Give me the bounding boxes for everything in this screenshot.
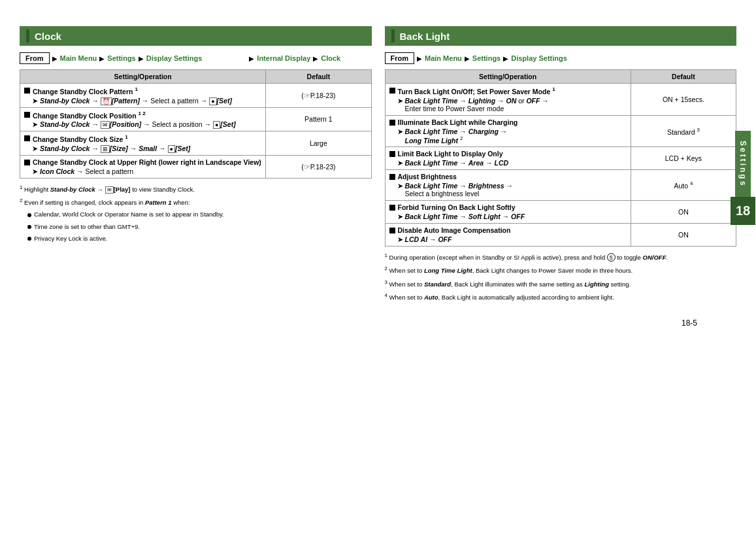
clock-breadcrumb-3: Display Settings bbox=[146, 54, 203, 62]
clock-footnotes: 1 Highlight Stand-by Clock → ✉[Play] to … bbox=[20, 184, 372, 244]
bullet-icon bbox=[24, 112, 30, 118]
bullet-icon bbox=[389, 88, 395, 94]
backlight-title-text: Back Light bbox=[400, 31, 450, 42]
table-row: Change Standby Clock at Upper Right (low… bbox=[20, 155, 372, 178]
clock-breadcrumb: From ▶ Main Menu ▶ Settings ▶ Display Se… bbox=[20, 52, 372, 64]
backlight-section: Back Light From ▶ Main Menu ▶ Settings ▶… bbox=[385, 26, 737, 305]
bl-row6-default: ON bbox=[631, 224, 736, 247]
right-sidebar: Settings 18 bbox=[730, 131, 756, 225]
table-row: Forbid Turning On Back Light Softly ➤ Ba… bbox=[385, 201, 736, 224]
clock-breadcrumb-4: Internal Display bbox=[257, 54, 310, 62]
bl-row1-header: Turn Back Light On/Off; Set Power Saver … bbox=[398, 86, 555, 95]
bullet-icon bbox=[24, 160, 30, 165]
clock-arrow2: ▶ bbox=[99, 55, 105, 62]
clock-row1-header: Change Standby Clock Pattern 1 bbox=[33, 86, 138, 95]
bl-row3-op: Limit Back Light to Display Only ➤ Back … bbox=[385, 147, 631, 170]
bullet-icon bbox=[24, 135, 30, 141]
clock-col-default: Default bbox=[266, 70, 371, 84]
table-row: Change Standby Clock Size 1 ➤ Stand-by C… bbox=[20, 131, 372, 156]
bl-row3-header: Limit Back Light to Display Only bbox=[398, 150, 503, 158]
bl-row5-header: Forbid Turning On Back Light Softly bbox=[398, 203, 516, 211]
bl-footnote-4: 4 When set to Auto, Back Light is automa… bbox=[385, 292, 737, 302]
page-number: 18-5 bbox=[20, 318, 736, 328]
backlight-table: Setting/Operation Default Turn Back Ligh… bbox=[385, 69, 737, 247]
clock-arrow4: ▶ bbox=[249, 55, 254, 62]
clock-row2-op: Change Standby Clock Position 1 2 ➤ Stan… bbox=[20, 107, 266, 131]
backlight-arrow2: ▶ bbox=[465, 55, 470, 62]
clock-row1-op: Change Standby Clock Pattern 1 ➤ Stand-b… bbox=[20, 84, 266, 108]
bl-footnote-2: 2 When set to Long Time Light, Back Ligh… bbox=[385, 265, 737, 275]
bl-footnote-1: 1 During operation (except when in Stand… bbox=[385, 252, 737, 262]
bl-row1-default: ON + 15secs. bbox=[631, 84, 736, 116]
backlight-breadcrumb: From ▶ Main Menu ▶ Settings ▶ Display Se… bbox=[385, 52, 737, 64]
clock-row3-default: Large bbox=[266, 131, 371, 156]
clock-footnote-2: 2 Even if setting is changed, clock appe… bbox=[20, 197, 372, 207]
clock-title: Clock bbox=[20, 26, 372, 46]
backlight-arrow1: ▶ bbox=[417, 55, 422, 62]
clock-row3-op: Change Standby Clock Size 1 ➤ Stand-by C… bbox=[20, 131, 266, 156]
clock-row1-detail: ➤ Stand-by Clock → ⏰[Pattern] → Select a… bbox=[24, 97, 261, 105]
clock-from-box: From bbox=[20, 52, 50, 64]
backlight-footnotes: 1 During operation (except when in Stand… bbox=[385, 252, 737, 303]
bl-row2-op: Illuminate Back Light while Charging ➤ B… bbox=[385, 115, 631, 147]
clock-col-operation: Setting/Operation bbox=[20, 70, 266, 84]
clock-row4-header: Change Standby Clock at Upper Right (low… bbox=[33, 158, 261, 166]
bl-row4-op: Adjust Brightness ➤ Back Light Time → Br… bbox=[385, 170, 631, 201]
bl-row2-default: Standard 3 bbox=[631, 115, 736, 147]
bullet-icon bbox=[389, 151, 395, 157]
bl-row4-header: Adjust Brightness bbox=[398, 173, 457, 181]
bl-row1-detail: ➤ Back Light Time → Lighting → ON or OFF… bbox=[389, 97, 627, 112]
backlight-breadcrumb-2: Settings bbox=[472, 54, 501, 62]
clock-breadcrumb-1: Main Menu bbox=[60, 54, 97, 62]
backlight-breadcrumb-3: Display Settings bbox=[511, 54, 567, 62]
clock-row2-detail: ➤ Stand-by Clock → ✉[Position] → Select … bbox=[24, 120, 261, 128]
bl-row5-op: Forbid Turning On Back Light Softly ➤ Ba… bbox=[385, 201, 631, 224]
table-row: Illuminate Back Light while Charging ➤ B… bbox=[385, 115, 736, 147]
bl-row3-detail: ➤ Back Light Time → Area → LCD bbox=[389, 159, 627, 167]
clock-title-text: Clock bbox=[35, 31, 61, 42]
bl-row5-detail: ➤ Back Light Time → Soft Light → OFF bbox=[389, 213, 627, 220]
clock-row2-header: Change Standby Clock Position 1 2 bbox=[33, 111, 146, 120]
clock-table: Setting/Operation Default Change Standby… bbox=[20, 69, 372, 179]
backlight-arrow3: ▶ bbox=[503, 55, 508, 62]
backlight-breadcrumb-1: Main Menu bbox=[425, 54, 462, 62]
clock-row4-detail: ➤ Icon Clock → Select a pattern bbox=[24, 167, 261, 175]
clock-arrow1: ▶ bbox=[52, 55, 58, 62]
backlight-from-box: From bbox=[385, 52, 415, 64]
clock-arrow3: ▶ bbox=[139, 55, 144, 62]
bl-row2-header: Illuminate Back Light while Charging bbox=[398, 118, 518, 126]
table-row: Limit Back Light to Display Only ➤ Back … bbox=[385, 147, 736, 170]
bl-row4-detail: ➤ Back Light Time → Brightness →Select a… bbox=[389, 182, 627, 198]
table-row: Change Standby Clock Pattern 1 ➤ Stand-b… bbox=[20, 84, 372, 108]
bullet-icon bbox=[24, 88, 30, 94]
bullet-icon bbox=[389, 228, 395, 233]
table-row: Adjust Brightness ➤ Back Light Time → Br… bbox=[385, 170, 736, 201]
chapter-number: 18 bbox=[731, 197, 755, 225]
bullet-icon bbox=[389, 174, 395, 180]
bl-footnote-3: 3 When set to Standard, Back Light illum… bbox=[385, 279, 737, 289]
clock-footnote-2-bullet3: Privacy Key Lock is active. bbox=[20, 234, 372, 243]
bl-row6-header: Disable Auto Image Compensation bbox=[398, 226, 511, 234]
clock-breadcrumb-5: Clock bbox=[321, 54, 340, 62]
bl-row3-default: LCD + Keys bbox=[631, 147, 736, 170]
bullet-icon bbox=[389, 120, 395, 126]
bl-row6-detail: ➤ LCD AI → OFF bbox=[389, 235, 627, 243]
bl-row2-detail: ➤ Back Light Time → Charging →Long Time … bbox=[389, 128, 627, 145]
clock-row3-header: Change Standby Clock Size 1 bbox=[33, 134, 128, 143]
bl-row5-default: ON bbox=[631, 201, 736, 224]
clock-row4-default: (☞P.18-23) bbox=[266, 155, 371, 178]
table-row: Turn Back Light On/Off; Set Power Saver … bbox=[385, 84, 736, 116]
bl-row1-op: Turn Back Light On/Off; Set Power Saver … bbox=[385, 84, 631, 116]
clock-footnote-2-bullet2: Time zone is set to other than GMT+9. bbox=[20, 222, 372, 232]
backlight-title: Back Light bbox=[385, 26, 737, 46]
table-row: Disable Auto Image Compensation ➤ LCD AI… bbox=[385, 224, 736, 247]
backlight-col-operation: Setting/Operation bbox=[385, 70, 631, 84]
table-row: Change Standby Clock Position 1 2 ➤ Stan… bbox=[20, 107, 372, 131]
clock-row4-op: Change Standby Clock at Upper Right (low… bbox=[20, 155, 266, 178]
backlight-col-default: Default bbox=[631, 70, 736, 84]
settings-label: Settings bbox=[735, 131, 751, 197]
bl-row4-default: Auto 4 bbox=[631, 170, 736, 201]
clock-row1-default: (☞P.18-23) bbox=[266, 84, 371, 108]
clock-breadcrumb-2: Settings bbox=[107, 54, 135, 62]
clock-footnote-2-bullet1: Calendar, World Clock or Operator Name i… bbox=[20, 210, 372, 219]
